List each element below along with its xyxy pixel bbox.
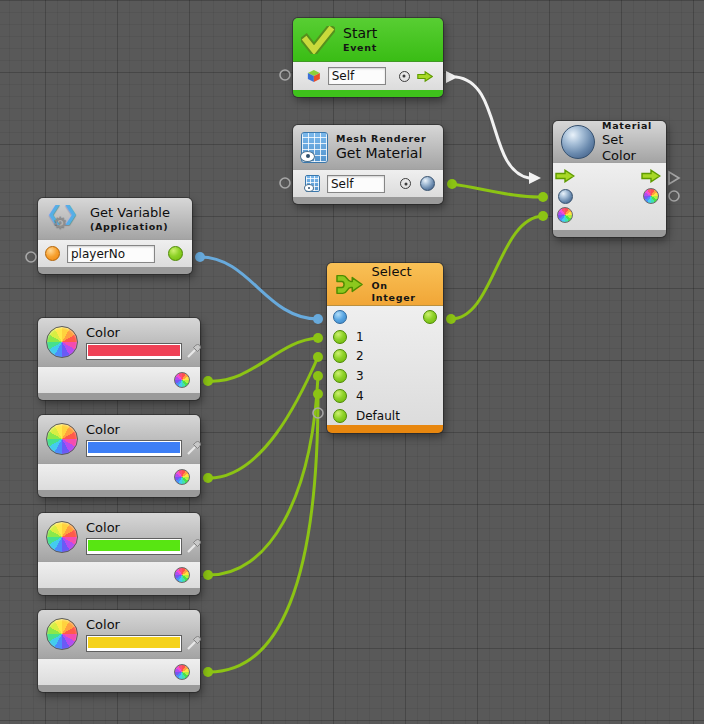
flow-out-outline-port[interactable]: [669, 172, 679, 184]
mesh-renderer-small-icon: [305, 175, 320, 192]
node-color-2[interactable]: Color: [38, 415, 200, 497]
wire-color4-to-select[interactable]: [208, 394, 318, 672]
select-option-row: 1: [327, 327, 443, 347]
variable-value-out-port[interactable]: [168, 246, 183, 261]
node-title: Color: [86, 422, 201, 438]
node-subtitle: (Application): [90, 221, 170, 233]
target-picker-icon[interactable]: [400, 178, 411, 189]
mesh-renderer-icon: [301, 132, 328, 163]
material-sphere-icon: [561, 125, 595, 159]
select-result-out-port[interactable]: [423, 310, 437, 324]
option-label: 1: [356, 330, 364, 344]
getmaterial-self-input[interactable]: [327, 175, 385, 193]
wire-start-to-setcolor[interactable]: [456, 77, 529, 178]
target-picker-icon[interactable]: [399, 71, 410, 82]
option-label: 2: [356, 349, 364, 363]
option-1-port[interactable]: [333, 330, 347, 344]
select-merge-arrow-icon: [335, 273, 365, 296]
node-title: Color: [86, 617, 201, 633]
color-wheel-icon: [46, 618, 78, 650]
node-get-variable[interactable]: ❮❯⚙ Get Variable (Application): [38, 198, 192, 274]
color-wheel-icon: [46, 326, 78, 358]
flow-out-arrow-port[interactable]: [417, 70, 433, 83]
wire-color1-to-select[interactable]: [208, 338, 318, 381]
select-option-row: 4: [327, 386, 443, 406]
material-value-out-port[interactable]: [643, 188, 659, 204]
start-left-open-port[interactable]: [280, 70, 290, 80]
color-out-port[interactable]: [174, 372, 190, 388]
node-subtitle: Event: [343, 42, 377, 54]
check-icon: [301, 26, 335, 54]
eyedropper-icon[interactable]: [187, 344, 201, 358]
color-swatch-field[interactable]: [86, 538, 182, 555]
wire-color2-to-select[interactable]: [208, 357, 318, 478]
color-in-port[interactable]: [557, 207, 573, 223]
eyedropper-icon[interactable]: [187, 539, 201, 553]
node-category: Material: [602, 120, 658, 132]
selector-in-port[interactable]: [333, 310, 347, 324]
node-title: Color: [86, 520, 201, 536]
color-out-port[interactable]: [174, 664, 190, 680]
node-title: Set Color: [602, 132, 658, 164]
wire-select-to-setcolor[interactable]: [451, 216, 543, 319]
select-option-row: Default: [327, 406, 443, 426]
node-color-1[interactable]: Color: [38, 318, 200, 400]
option-2-port[interactable]: [333, 349, 347, 363]
node-title: Color: [86, 325, 201, 341]
wire-variable-to-select[interactable]: [200, 257, 318, 319]
node-select[interactable]: Select On Integer 1 2 3 4: [327, 263, 443, 433]
option-label: 4: [356, 389, 364, 403]
gameobject-cube-icon: [307, 68, 321, 84]
material-in-port[interactable]: [558, 189, 573, 204]
node-subtitle: On Integer: [372, 280, 435, 304]
color-swatch-field[interactable]: [86, 343, 182, 360]
node-title: Get Material: [336, 145, 426, 162]
node-title: Start: [343, 25, 377, 42]
eyedropper-icon[interactable]: [187, 441, 201, 455]
variable-name-port[interactable]: [45, 246, 60, 261]
start-self-input[interactable]: [328, 67, 386, 85]
variable-name-input[interactable]: [67, 245, 155, 263]
option-default-port[interactable]: [333, 409, 347, 423]
getvariable-left-open-port[interactable]: [26, 252, 36, 262]
color-out-port[interactable]: [174, 469, 190, 485]
node-set-color[interactable]: Material Set Color: [553, 121, 666, 237]
option-3-port[interactable]: [333, 369, 347, 383]
node-start[interactable]: Start Event: [293, 18, 443, 97]
select-option-row: 3: [327, 366, 443, 386]
option-4-port[interactable]: [333, 389, 347, 403]
node-color-4[interactable]: Color: [38, 610, 200, 692]
option-label: 3: [356, 369, 364, 383]
select-option-row: 2: [327, 347, 443, 367]
variable-brackets-gear-icon: ❮❯⚙: [46, 204, 82, 234]
getmaterial-left-open-port[interactable]: [280, 178, 290, 188]
color-out-port[interactable]: [174, 567, 190, 583]
wire-material-to-setcolor[interactable]: [452, 184, 543, 197]
flow-out-arrow-port[interactable]: [641, 169, 661, 183]
select-selector-row: [327, 307, 443, 327]
flow-in-arrow-port[interactable]: [555, 169, 575, 183]
color-wheel-icon: [46, 423, 78, 455]
wire-arrowhead: [529, 172, 541, 184]
material-out-port[interactable]: [420, 176, 435, 191]
node-title: Get Variable: [90, 205, 170, 221]
node-title: Select: [372, 264, 435, 280]
node-get-material[interactable]: Mesh Renderer Get Material: [293, 125, 443, 204]
color-swatch-field[interactable]: [86, 440, 182, 457]
node-category: Mesh Renderer: [336, 133, 426, 145]
node-color-3[interactable]: Color: [38, 513, 200, 595]
graph-canvas[interactable]: Start Event Mesh: [0, 0, 704, 724]
color-swatch-field[interactable]: [86, 635, 182, 652]
color-wheel-icon: [46, 521, 78, 553]
option-label: Default: [356, 409, 400, 423]
eyedropper-icon[interactable]: [187, 636, 201, 650]
wire-arrowhead: [446, 71, 458, 83]
value-out-outline-port[interactable]: [669, 191, 679, 201]
